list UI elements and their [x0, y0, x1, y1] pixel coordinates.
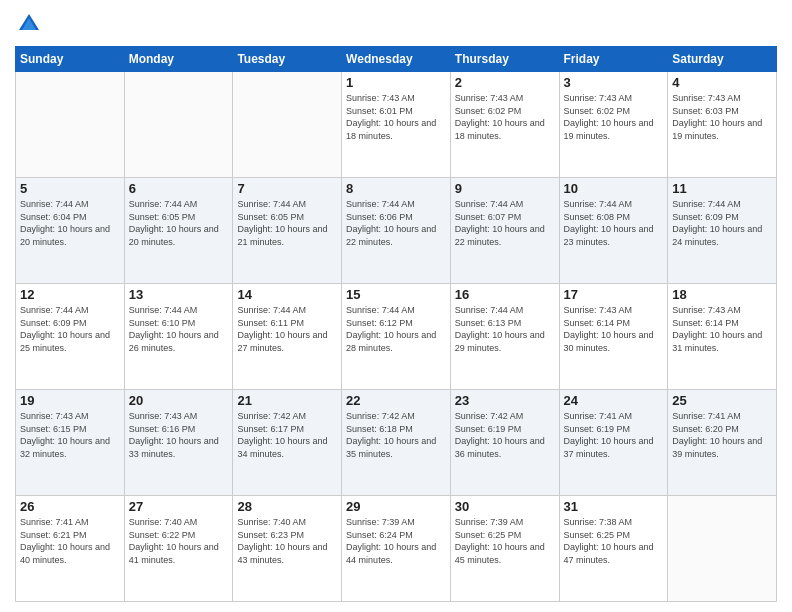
logo-icon: [15, 10, 43, 38]
day-info: Sunrise: 7:43 AM Sunset: 6:15 PM Dayligh…: [20, 410, 120, 460]
day-number: 3: [564, 75, 664, 90]
day-info: Sunrise: 7:43 AM Sunset: 6:02 PM Dayligh…: [564, 92, 664, 142]
day-info: Sunrise: 7:43 AM Sunset: 6:16 PM Dayligh…: [129, 410, 229, 460]
day-cell: 29Sunrise: 7:39 AM Sunset: 6:24 PM Dayli…: [342, 496, 451, 602]
day-cell: 6Sunrise: 7:44 AM Sunset: 6:05 PM Daylig…: [124, 178, 233, 284]
day-cell: 12Sunrise: 7:44 AM Sunset: 6:09 PM Dayli…: [16, 284, 125, 390]
day-info: Sunrise: 7:43 AM Sunset: 6:01 PM Dayligh…: [346, 92, 446, 142]
day-number: 25: [672, 393, 772, 408]
logo: [15, 10, 47, 38]
header: [15, 10, 777, 38]
day-info: Sunrise: 7:40 AM Sunset: 6:22 PM Dayligh…: [129, 516, 229, 566]
day-cell: 15Sunrise: 7:44 AM Sunset: 6:12 PM Dayli…: [342, 284, 451, 390]
day-cell: 17Sunrise: 7:43 AM Sunset: 6:14 PM Dayli…: [559, 284, 668, 390]
day-cell: 21Sunrise: 7:42 AM Sunset: 6:17 PM Dayli…: [233, 390, 342, 496]
day-info: Sunrise: 7:43 AM Sunset: 6:03 PM Dayligh…: [672, 92, 772, 142]
day-cell: 19Sunrise: 7:43 AM Sunset: 6:15 PM Dayli…: [16, 390, 125, 496]
day-info: Sunrise: 7:42 AM Sunset: 6:19 PM Dayligh…: [455, 410, 555, 460]
day-info: Sunrise: 7:41 AM Sunset: 6:20 PM Dayligh…: [672, 410, 772, 460]
day-info: Sunrise: 7:44 AM Sunset: 6:04 PM Dayligh…: [20, 198, 120, 248]
day-cell: 31Sunrise: 7:38 AM Sunset: 6:25 PM Dayli…: [559, 496, 668, 602]
day-info: Sunrise: 7:44 AM Sunset: 6:06 PM Dayligh…: [346, 198, 446, 248]
day-number: 10: [564, 181, 664, 196]
day-cell: 11Sunrise: 7:44 AM Sunset: 6:09 PM Dayli…: [668, 178, 777, 284]
day-cell: 22Sunrise: 7:42 AM Sunset: 6:18 PM Dayli…: [342, 390, 451, 496]
day-cell: [668, 496, 777, 602]
day-number: 7: [237, 181, 337, 196]
week-row-2: 5Sunrise: 7:44 AM Sunset: 6:04 PM Daylig…: [16, 178, 777, 284]
day-cell: 4Sunrise: 7:43 AM Sunset: 6:03 PM Daylig…: [668, 72, 777, 178]
day-cell: [124, 72, 233, 178]
day-cell: 3Sunrise: 7:43 AM Sunset: 6:02 PM Daylig…: [559, 72, 668, 178]
week-row-3: 12Sunrise: 7:44 AM Sunset: 6:09 PM Dayli…: [16, 284, 777, 390]
day-cell: 30Sunrise: 7:39 AM Sunset: 6:25 PM Dayli…: [450, 496, 559, 602]
day-number: 14: [237, 287, 337, 302]
day-info: Sunrise: 7:44 AM Sunset: 6:09 PM Dayligh…: [672, 198, 772, 248]
weekday-header-saturday: Saturday: [668, 47, 777, 72]
day-cell: 7Sunrise: 7:44 AM Sunset: 6:05 PM Daylig…: [233, 178, 342, 284]
day-cell: [233, 72, 342, 178]
day-cell: 8Sunrise: 7:44 AM Sunset: 6:06 PM Daylig…: [342, 178, 451, 284]
day-number: 16: [455, 287, 555, 302]
day-info: Sunrise: 7:44 AM Sunset: 6:08 PM Dayligh…: [564, 198, 664, 248]
week-row-5: 26Sunrise: 7:41 AM Sunset: 6:21 PM Dayli…: [16, 496, 777, 602]
day-info: Sunrise: 7:39 AM Sunset: 6:24 PM Dayligh…: [346, 516, 446, 566]
day-info: Sunrise: 7:43 AM Sunset: 6:14 PM Dayligh…: [672, 304, 772, 354]
day-info: Sunrise: 7:44 AM Sunset: 6:07 PM Dayligh…: [455, 198, 555, 248]
weekday-header-monday: Monday: [124, 47, 233, 72]
day-info: Sunrise: 7:44 AM Sunset: 6:12 PM Dayligh…: [346, 304, 446, 354]
day-number: 23: [455, 393, 555, 408]
week-row-1: 1Sunrise: 7:43 AM Sunset: 6:01 PM Daylig…: [16, 72, 777, 178]
day-number: 11: [672, 181, 772, 196]
day-cell: 9Sunrise: 7:44 AM Sunset: 6:07 PM Daylig…: [450, 178, 559, 284]
day-info: Sunrise: 7:43 AM Sunset: 6:02 PM Dayligh…: [455, 92, 555, 142]
weekday-header-tuesday: Tuesday: [233, 47, 342, 72]
day-cell: 5Sunrise: 7:44 AM Sunset: 6:04 PM Daylig…: [16, 178, 125, 284]
day-info: Sunrise: 7:38 AM Sunset: 6:25 PM Dayligh…: [564, 516, 664, 566]
day-cell: 28Sunrise: 7:40 AM Sunset: 6:23 PM Dayli…: [233, 496, 342, 602]
day-number: 31: [564, 499, 664, 514]
day-number: 2: [455, 75, 555, 90]
calendar: SundayMondayTuesdayWednesdayThursdayFrid…: [15, 46, 777, 602]
day-cell: 25Sunrise: 7:41 AM Sunset: 6:20 PM Dayli…: [668, 390, 777, 496]
weekday-header-row: SundayMondayTuesdayWednesdayThursdayFrid…: [16, 47, 777, 72]
day-cell: 2Sunrise: 7:43 AM Sunset: 6:02 PM Daylig…: [450, 72, 559, 178]
day-info: Sunrise: 7:40 AM Sunset: 6:23 PM Dayligh…: [237, 516, 337, 566]
day-number: 8: [346, 181, 446, 196]
day-info: Sunrise: 7:42 AM Sunset: 6:17 PM Dayligh…: [237, 410, 337, 460]
day-info: Sunrise: 7:39 AM Sunset: 6:25 PM Dayligh…: [455, 516, 555, 566]
day-cell: 1Sunrise: 7:43 AM Sunset: 6:01 PM Daylig…: [342, 72, 451, 178]
day-cell: 26Sunrise: 7:41 AM Sunset: 6:21 PM Dayli…: [16, 496, 125, 602]
day-number: 27: [129, 499, 229, 514]
day-cell: 10Sunrise: 7:44 AM Sunset: 6:08 PM Dayli…: [559, 178, 668, 284]
page: SundayMondayTuesdayWednesdayThursdayFrid…: [0, 0, 792, 612]
day-cell: 14Sunrise: 7:44 AM Sunset: 6:11 PM Dayli…: [233, 284, 342, 390]
day-info: Sunrise: 7:44 AM Sunset: 6:11 PM Dayligh…: [237, 304, 337, 354]
day-number: 17: [564, 287, 664, 302]
weekday-header-friday: Friday: [559, 47, 668, 72]
day-number: 19: [20, 393, 120, 408]
day-number: 30: [455, 499, 555, 514]
day-number: 12: [20, 287, 120, 302]
day-number: 21: [237, 393, 337, 408]
day-cell: [16, 72, 125, 178]
week-row-4: 19Sunrise: 7:43 AM Sunset: 6:15 PM Dayli…: [16, 390, 777, 496]
day-number: 26: [20, 499, 120, 514]
day-number: 15: [346, 287, 446, 302]
day-number: 5: [20, 181, 120, 196]
day-cell: 24Sunrise: 7:41 AM Sunset: 6:19 PM Dayli…: [559, 390, 668, 496]
weekday-header-wednesday: Wednesday: [342, 47, 451, 72]
day-number: 1: [346, 75, 446, 90]
day-info: Sunrise: 7:42 AM Sunset: 6:18 PM Dayligh…: [346, 410, 446, 460]
day-number: 29: [346, 499, 446, 514]
weekday-header-thursday: Thursday: [450, 47, 559, 72]
day-cell: 18Sunrise: 7:43 AM Sunset: 6:14 PM Dayli…: [668, 284, 777, 390]
day-number: 13: [129, 287, 229, 302]
day-info: Sunrise: 7:41 AM Sunset: 6:21 PM Dayligh…: [20, 516, 120, 566]
day-info: Sunrise: 7:44 AM Sunset: 6:09 PM Dayligh…: [20, 304, 120, 354]
day-info: Sunrise: 7:41 AM Sunset: 6:19 PM Dayligh…: [564, 410, 664, 460]
day-info: Sunrise: 7:44 AM Sunset: 6:10 PM Dayligh…: [129, 304, 229, 354]
day-number: 28: [237, 499, 337, 514]
day-cell: 20Sunrise: 7:43 AM Sunset: 6:16 PM Dayli…: [124, 390, 233, 496]
day-number: 22: [346, 393, 446, 408]
